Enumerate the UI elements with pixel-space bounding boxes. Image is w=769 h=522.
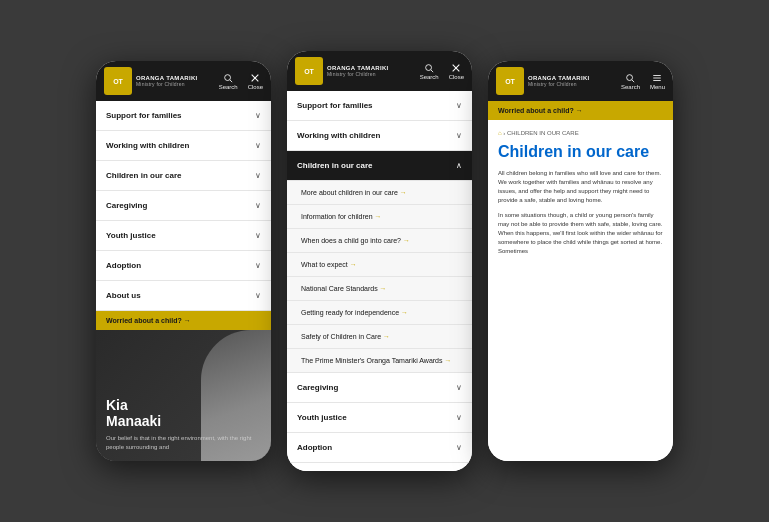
close-icon-1 (250, 73, 260, 83)
nav-item-2-support[interactable]: Support for families (287, 91, 472, 121)
search-label-2: Search (420, 74, 439, 80)
logo-subtitle-3: Ministry for Children (528, 81, 590, 87)
logo-badge-3: OT (496, 67, 524, 95)
close-label-2: Close (449, 74, 464, 80)
hero-content: KiaManaaki Our belief is that in the rig… (106, 397, 261, 451)
nav-sublabel: Safety of Children in Care → (301, 333, 390, 340)
close-button-1[interactable]: Close (248, 73, 263, 90)
cta-bar-1[interactable]: Worried about a child? → (96, 311, 271, 330)
logo-area-1: OT ORANGA TAMARIKI Ministry for Children (104, 67, 198, 95)
nav-item-caregiving[interactable]: Caregiving (96, 191, 271, 221)
nav-item-2-children-care[interactable]: Children in our care (287, 151, 472, 181)
logo-icon-1: OT (110, 73, 126, 89)
search-button-1[interactable]: Search (219, 73, 238, 90)
search-button-3[interactable]: Search (621, 73, 640, 90)
chevron-icon (456, 101, 462, 110)
nav-item-adoption[interactable]: Adoption (96, 251, 271, 281)
header-actions-3: Search Menu (621, 73, 665, 90)
close-button-2[interactable]: Close (449, 63, 464, 80)
cta-bar-3-top[interactable]: Worried about a child? → (488, 101, 673, 120)
screen-2: OT ORANGA TAMARIKI Ministry for Children (287, 51, 472, 471)
content-area: ⌂ › CHILDREN IN OUR CARE Children in our… (488, 120, 673, 461)
cta-text-3: Worried about a child? → (498, 107, 583, 114)
breadcrumb-home[interactable]: ⌂ (498, 130, 502, 136)
chevron-icon (456, 443, 462, 452)
nav-item-working-children[interactable]: Working with children (96, 131, 271, 161)
hero-desc: Our belief is that in the right environm… (106, 434, 261, 451)
logo-subtitle-2: Ministry for Children (327, 71, 389, 77)
close-label-1: Close (248, 84, 263, 90)
nav-subitem-safety[interactable]: Safety of Children in Care → (287, 325, 472, 349)
chevron-icon (255, 141, 261, 150)
nav-label: Support for families (297, 101, 373, 110)
header-actions-2: Search Close (420, 63, 464, 80)
nav-subitem-standards[interactable]: National Care Standards → (287, 277, 472, 301)
svg-point-14 (627, 74, 633, 80)
nav-subitems-children-care: More about children in our care → Inform… (287, 181, 472, 373)
nav-label: Caregiving (106, 201, 147, 210)
nav-item-2-about[interactable]: About us (287, 463, 472, 471)
nav-list-1: Support for families Working with childr… (96, 101, 271, 461)
header-actions-1: Search Close (219, 73, 263, 90)
menu-button-3[interactable]: Menu (650, 73, 665, 90)
nav-label: Youth justice (106, 231, 156, 240)
svg-line-15 (632, 79, 634, 81)
svg-line-3 (230, 79, 232, 81)
nav-subitem-independence[interactable]: Getting ready for independence → (287, 301, 472, 325)
nav-item-about-us[interactable]: About us (96, 281, 271, 311)
close-icon-2 (451, 63, 461, 73)
nav-sublabel: More about children in our care → (301, 189, 407, 196)
nav-label: About us (106, 291, 141, 300)
nav-subitem-when[interactable]: When does a child go into care? → (287, 229, 472, 253)
svg-text:OT: OT (505, 78, 515, 85)
chevron-icon (255, 171, 261, 180)
nav-item-2-working[interactable]: Working with children (287, 121, 472, 151)
header-1: OT ORANGA TAMARIKI Ministry for Children (96, 61, 271, 101)
nav-item-youth-justice[interactable]: Youth justice (96, 221, 271, 251)
nav-list-2: Support for families Working with childr… (287, 91, 472, 471)
nav-label: Caregiving (297, 383, 338, 392)
hero-section: KiaManaaki Our belief is that in the rig… (96, 330, 271, 461)
svg-text:OT: OT (113, 78, 123, 85)
nav-item-support-families[interactable]: Support for families (96, 101, 271, 131)
chevron-icon (456, 161, 462, 170)
phone-nav-expanded: OT ORANGA TAMARIKI Ministry for Children (287, 51, 472, 471)
nav-item-2-adoption[interactable]: Adoption (287, 433, 472, 463)
logo-text-2: ORANGA TAMARIKI Ministry for Children (327, 65, 389, 77)
svg-point-2 (225, 74, 231, 80)
nav-sublabel: When does a child go into care? → (301, 237, 410, 244)
nav-subitem-more[interactable]: More about children in our care → (287, 181, 472, 205)
nav-label: Youth justice (297, 413, 347, 422)
page-body: All children belong in families who will… (498, 169, 663, 256)
chevron-icon (255, 111, 261, 120)
nav-item-2-caregiving[interactable]: Caregiving (287, 373, 472, 403)
logo-subtitle-1: Ministry for Children (136, 81, 198, 87)
body-paragraph-2: In some situations though, a child or yo… (498, 211, 663, 256)
search-icon-1 (223, 73, 233, 83)
nav-subitem-info[interactable]: Information for children → (287, 205, 472, 229)
nav-subitem-what[interactable]: What to expect → (287, 253, 472, 277)
nav-sublabel: The Prime Minister's Oranga Tamariki Awa… (301, 357, 451, 364)
search-button-2[interactable]: Search (420, 63, 439, 80)
nav-item-children-care[interactable]: Children in our care (96, 161, 271, 191)
body-paragraph-1: All children belong in families who will… (498, 169, 663, 205)
nav-subitem-awards[interactable]: The Prime Minister's Oranga Tamariki Awa… (287, 349, 472, 373)
logo-badge-2: OT (295, 57, 323, 85)
nav-label: Children in our care (106, 171, 182, 180)
menu-label-3: Menu (650, 84, 665, 90)
chevron-icon (255, 231, 261, 240)
chevron-icon (456, 131, 462, 140)
header-3: OT ORANGA TAMARIKI Ministry for Children (488, 61, 673, 101)
search-label-1: Search (219, 84, 238, 90)
nav-label: Adoption (106, 261, 141, 270)
chevron-icon (255, 291, 261, 300)
logo-text-3: ORANGA TAMARIKI Ministry for Children (528, 75, 590, 87)
nav-sublabel: Getting ready for independence → (301, 309, 408, 316)
logo-area-2: OT ORANGA TAMARIKI Ministry for Children (295, 57, 389, 85)
svg-point-8 (426, 64, 432, 70)
scene: OT ORANGA TAMARIKI Ministry for Children (0, 31, 769, 491)
chevron-icon (456, 413, 462, 422)
hero-title: KiaManaaki (106, 397, 261, 431)
nav-item-2-youth[interactable]: Youth justice (287, 403, 472, 433)
cta-text-1: Worried about a child? → (106, 317, 191, 324)
